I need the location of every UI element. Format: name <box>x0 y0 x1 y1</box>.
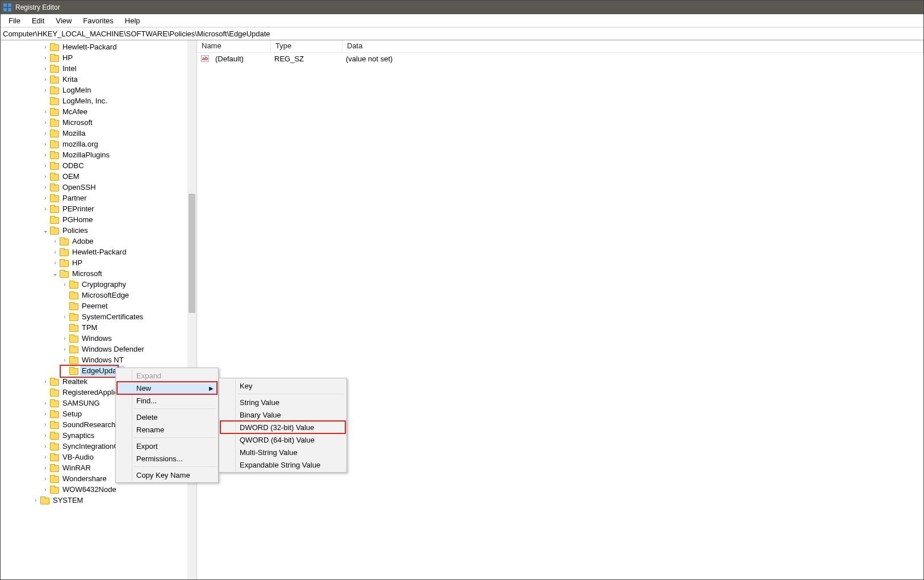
context-menu-item[interactable]: QWORD (64-bit) Value <box>220 433 345 446</box>
chevron-right-icon[interactable]: › <box>52 260 58 266</box>
context-menu-item[interactable]: Delete <box>117 411 217 423</box>
tree-item[interactable]: ⌄Policies <box>1 225 196 236</box>
context-menu-item-label: Find... <box>136 397 157 405</box>
chevron-right-icon[interactable]: › <box>42 109 49 115</box>
tree-item[interactable]: ›LogMeIn <box>1 85 196 95</box>
context-menu-item[interactable]: Permissions... <box>117 452 217 465</box>
chevron-down-icon[interactable]: ⌄ <box>52 270 58 277</box>
tree-item[interactable]: Peernet <box>1 301 196 311</box>
chevron-right-icon[interactable]: › <box>42 76 49 82</box>
tree-item[interactable]: ›Cryptography <box>1 279 196 290</box>
context-menu-item[interactable]: Key <box>220 379 345 392</box>
tree-item[interactable]: ›HP <box>1 257 196 268</box>
address-input[interactable] <box>3 30 921 38</box>
tree-item[interactable]: ›OpenSSH <box>1 182 196 193</box>
context-menu-item[interactable]: Expandable String Value <box>220 458 345 471</box>
context-menu-item[interactable]: String Value <box>220 396 345 408</box>
chevron-right-icon[interactable]: › <box>42 486 49 493</box>
menu-view[interactable]: View <box>50 15 77 26</box>
folder-icon <box>50 443 59 450</box>
tree-scrollbar-thumb[interactable] <box>189 194 195 313</box>
tree-item[interactable]: TPM <box>1 322 196 333</box>
chevron-right-icon[interactable]: › <box>52 238 58 244</box>
col-header-data[interactable]: Data <box>342 40 923 52</box>
tree-item[interactable]: ›Windows NT <box>1 354 196 365</box>
tree-item[interactable]: MicrosoftEdge <box>1 290 196 301</box>
context-menu-item[interactable]: Binary Value <box>220 408 345 421</box>
tree-item[interactable]: ›McAfee <box>1 106 196 117</box>
titlebar[interactable]: Registry Editor <box>1 1 923 14</box>
menu-help[interactable]: Help <box>119 15 146 26</box>
chevron-right-icon[interactable]: › <box>42 55 49 61</box>
chevron-right-icon[interactable]: › <box>42 206 49 212</box>
chevron-right-icon[interactable]: › <box>42 475 49 482</box>
tree-item[interactable]: ›MozillaPlugins <box>1 149 196 160</box>
menu-file[interactable]: File <box>3 15 26 26</box>
context-menu-item[interactable]: Find... <box>117 394 217 407</box>
chevron-right-icon[interactable]: › <box>32 497 39 503</box>
tree-item[interactable]: ›SystemCertificates <box>1 311 196 322</box>
chevron-right-icon[interactable]: › <box>42 65 49 72</box>
value-row-default[interactable]: ab (Default) REG_SZ (value not set) <box>197 53 923 64</box>
col-header-name[interactable]: Name <box>197 40 271 52</box>
tree-item[interactable]: ›Hewlett-Packard <box>1 41 196 52</box>
chevron-right-icon[interactable]: › <box>42 422 49 428</box>
chevron-right-icon[interactable]: › <box>42 141 49 147</box>
menu-edit[interactable]: Edit <box>26 15 50 26</box>
chevron-right-icon[interactable]: › <box>52 249 58 255</box>
chevron-right-icon[interactable]: › <box>61 314 68 320</box>
tree-item[interactable]: PGHome <box>1 214 196 225</box>
menu-favorites[interactable]: Favorites <box>77 15 119 26</box>
context-menu-item[interactable]: Copy Key Name <box>117 469 217 481</box>
tree-item[interactable]: ›Hewlett-Packard <box>1 247 196 257</box>
tree-item[interactable]: ›Adobe <box>1 236 196 247</box>
chevron-right-icon[interactable]: › <box>42 378 49 385</box>
tree-item[interactable]: LogMeIn, Inc. <box>1 95 196 106</box>
tree-scrollbar[interactable] <box>187 40 196 579</box>
chevron-down-icon[interactable]: ⌄ <box>42 227 49 233</box>
chevron-right-icon[interactable]: › <box>42 432 49 439</box>
chevron-right-icon[interactable]: › <box>42 152 49 158</box>
tree-item[interactable]: ›Mozilla <box>1 128 196 139</box>
tree-item[interactable]: ›Partner <box>1 193 196 203</box>
context-menu-item[interactable]: DWORD (32-bit) Value <box>220 421 345 433</box>
tree-item[interactable]: ›PEPrinter <box>1 203 196 214</box>
tree-item[interactable]: ›WOW6432Node <box>1 484 196 495</box>
tree-item[interactable]: ›mozilla.org <box>1 139 196 149</box>
chevron-right-icon[interactable]: › <box>61 346 68 352</box>
chevron-right-icon[interactable]: › <box>42 130 49 136</box>
tree-item[interactable]: ›Krita <box>1 74 196 85</box>
address-bar[interactable] <box>1 28 923 40</box>
chevron-right-icon[interactable]: › <box>42 195 49 201</box>
context-menu-item[interactable]: Rename <box>117 423 217 436</box>
tree-item[interactable]: ›SYSTEM <box>1 495 196 506</box>
tree-item[interactable]: ›Microsoft <box>1 117 196 128</box>
chevron-right-icon[interactable]: › <box>42 465 49 471</box>
chevron-right-icon[interactable]: › <box>42 184 49 190</box>
chevron-right-icon[interactable]: › <box>61 357 68 363</box>
tree-item[interactable]: ›Windows <box>1 333 196 344</box>
submenu-arrow-icon: ▶ <box>209 385 214 391</box>
tree-item[interactable]: ⌄Microsoft <box>1 268 196 279</box>
chevron-right-icon[interactable]: › <box>42 119 49 126</box>
tree-item[interactable]: ›HP <box>1 52 196 63</box>
col-header-type[interactable]: Type <box>271 40 342 52</box>
tree-item[interactable]: ›ODBC <box>1 160 196 171</box>
chevron-right-icon[interactable]: › <box>61 335 68 341</box>
tree-item[interactable]: ›OEM <box>1 171 196 182</box>
tree-item[interactable]: ›Windows Defender <box>1 344 196 354</box>
folder-icon <box>50 399 59 407</box>
chevron-right-icon[interactable]: › <box>42 44 49 50</box>
chevron-right-icon[interactable]: › <box>42 443 49 449</box>
chevron-right-icon[interactable]: › <box>42 454 49 460</box>
chevron-right-icon[interactable]: › <box>42 87 49 93</box>
chevron-right-icon[interactable]: › <box>42 400 49 406</box>
chevron-right-icon[interactable]: › <box>42 173 49 180</box>
chevron-right-icon[interactable]: › <box>61 281 68 287</box>
chevron-right-icon[interactable]: › <box>42 411 49 417</box>
context-menu-item[interactable]: New▶ <box>117 382 217 394</box>
context-menu-item[interactable]: Export <box>117 440 217 452</box>
context-menu-item[interactable]: Multi-String Value <box>220 446 345 458</box>
chevron-right-icon[interactable]: › <box>42 162 49 169</box>
tree-item[interactable]: ›Intel <box>1 63 196 74</box>
